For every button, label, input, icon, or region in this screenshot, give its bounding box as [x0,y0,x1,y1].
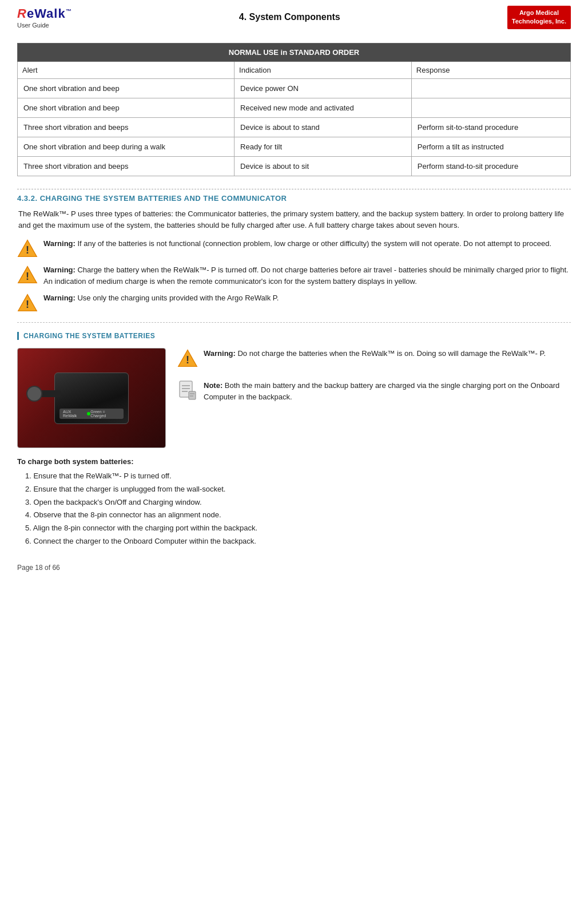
note-bold: Note: [204,381,223,390]
list-item: 3. Open the backpack's On/Off and Chargi… [25,497,571,509]
charger-device: AUX ReWalk Green = Charged [54,373,129,424]
warning-text-3: Warning: Use only the charging units pro… [43,292,279,304]
warning-block-1: ! Warning: If any of the batteries is no… [17,238,571,259]
warning-detail-3: Use only the charging units provided wit… [76,294,279,302]
table-col-header-row: Alert Indication Response [18,61,571,78]
charger-label-mid: Green = Charged [90,410,120,418]
logo-tm: ™ [66,8,72,14]
col-indication: Indication [235,61,412,78]
list-item: 2. Ensure that the charger is unplugged … [25,484,571,496]
warning-icon-2: ! [17,264,38,285]
cell-response-2 [411,98,570,117]
warning-bold-3: Warning: [43,294,76,302]
list-item: 1. Ensure that the ReWalk™- P is turned … [25,470,571,482]
logo-block: ReWalk™ User Guide [17,6,72,29]
cell-alert-1: One short vibration and beep [18,78,235,98]
page-header: ReWalk™ User Guide 4. System Components … [17,6,571,33]
charger-image: AUX ReWalk Green = Charged [17,348,166,448]
warning-detail-1: If any of the batteries is not functiona… [76,239,551,248]
instructions-title: To charge both system batteries: [17,457,571,466]
charger-label-left: AUX ReWalk [63,410,87,418]
logo-ewalk: eWalk [27,6,66,21]
cell-indication-1: Device power ON [235,78,412,98]
cell-alert-4: One short vibration and beep during a wa… [18,137,235,156]
cell-response-5: Perform stand-to-sit procedure [411,156,570,176]
note-text: Note: Both the main battery and the back… [204,380,571,402]
charging-content: AUX ReWalk Green = Charged ! Warning: Do… [17,348,571,448]
warning-bold-2: Warning: [43,266,76,274]
charging-section-heading: CHARGING THE SYSTEM BATTERIES [17,332,571,340]
warning-bold-1: Warning: [43,239,76,248]
charger-label: AUX ReWalk Green = Charged [59,409,124,419]
warning-block-2: ! Warning: Charge the battery when the R… [17,264,571,287]
svg-text:!: ! [26,271,29,282]
table-header-row: NORMAL USE in STANDARD ORDER [18,43,571,61]
warning-icon-1: ! [17,238,38,259]
cell-alert-3: Three short vibration and beeps [18,117,235,137]
list-item: 4. Observe that the 8-pin connector has … [25,509,571,521]
charging-warning-bold: Warning: [204,349,236,358]
argo-logo: Argo Medical Technologies, Inc. [507,6,571,29]
table-row: Three short vibration and beeps Device i… [18,117,571,137]
cell-alert-2: One short vibration and beep [18,98,235,117]
section-432-body: The ReWalk™- P uses three types of batte… [17,208,571,231]
charging-warning-detail: Do not charge the batteries when the ReW… [236,349,546,358]
table-main-header: NORMAL USE in STANDARD ORDER [18,43,571,61]
table-row: One short vibration and beep Device powe… [18,78,571,98]
normal-use-table: NORMAL USE in STANDARD ORDER Alert Indic… [17,43,571,176]
cell-alert-5: Three short vibration and beeps [18,156,235,176]
cell-indication-4: Ready for tilt [235,137,412,156]
charging-warning-icon: ! [177,348,198,369]
page-title: 4. System Components [72,12,507,22]
cell-indication-5: Device is about to sit [235,156,412,176]
table-row: Three short vibration and beeps Device i… [18,156,571,176]
user-guide-label: User Guide [17,22,49,29]
warning-block-3: ! Warning: Use only the charging units p… [17,292,571,313]
list-item: 6. Connect the charger to the Onboard Co… [25,536,571,548]
warning-detail-2: Charge the battery when the ReWalk™- P i… [43,266,569,286]
col-alert: Alert [18,61,235,78]
cell-indication-3: Device is about to stand [235,117,412,137]
cell-response-1 [411,78,570,98]
section-432-heading: 4.3.2. CHARGING THE SYSTEM BATTERIES AND… [17,189,571,203]
table-row: One short vibration and beep Received ne… [18,98,571,117]
argo-line2: Technologies, Inc. [512,17,566,26]
argo-line1: Argo Medical [512,9,566,17]
warning-icon-3: ! [17,292,38,313]
svg-text:!: ! [26,244,29,256]
logo-r: R [17,6,27,21]
svg-text:!: ! [186,354,189,366]
charger-connector [26,386,42,402]
col-response: Response [411,61,570,78]
charging-warning-text: Warning: Do not charge the batteries whe… [204,348,546,359]
svg-rect-12 [189,391,196,399]
instructions-list: 1. Ensure that the ReWalk™- P is turned … [17,470,571,548]
warning-text-1: Warning: If any of the batteries is not … [43,238,551,249]
cell-indication-2: Received new mode and activated [235,98,412,117]
note-icon [177,380,198,401]
charging-warnings: ! Warning: Do not charge the batteries w… [177,348,571,408]
section-divider [17,322,571,323]
list-item: 5. Align the 8-pin connector with the ch… [25,522,571,534]
warning-text-2: Warning: Charge the battery when the ReW… [43,264,571,287]
table-row: One short vibration and beep during a wa… [18,137,571,156]
rewalk-logo: ReWalk™ [17,6,72,21]
svg-text:!: ! [26,299,29,310]
charging-warning-block: ! Warning: Do not charge the batteries w… [177,348,571,369]
cell-response-3: Perform sit-to-stand procedure [411,117,570,137]
page-footer: Page 18 of 66 [17,564,571,572]
cell-response-4: Perform a tilt as instructed [411,137,570,156]
note-detail: Both the main battery and the backup bat… [204,381,559,401]
note-block: Note: Both the main battery and the back… [177,380,571,402]
